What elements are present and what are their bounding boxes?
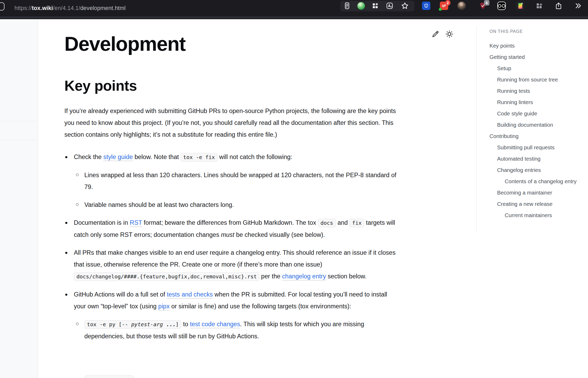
- task-checklist-icon[interactable]: 2: [439, 1, 449, 11]
- toc-item-becoming-a-maintainer[interactable]: Becoming a maintainer: [489, 189, 582, 196]
- toc-item-creating-a-new-release[interactable]: Creating a new release: [489, 201, 582, 207]
- list-subitem: tox -e py [-- pytest-arg ...] to test co…: [75, 318, 400, 342]
- goggles-icon[interactable]: [497, 1, 506, 11]
- page-actions: [431, 29, 454, 38]
- inline-code: fix: [349, 219, 364, 227]
- inline-code: docs: [318, 219, 336, 227]
- toc-item-building-documentation[interactable]: Building documentation: [489, 121, 582, 128]
- main-content: Development Key points If you’re already…: [64, 19, 400, 342]
- rail-divider: [0, 140, 38, 140]
- inline-link[interactable]: test code changes: [190, 321, 240, 328]
- intro-paragraph: If you’re already experienced with submi…: [64, 105, 400, 141]
- overflow-chevrons-icon[interactable]: [573, 1, 583, 11]
- left-sidebar-rail: [0, 19, 38, 378]
- inline-code: tox -e py [-- pytest-arg ...]: [84, 320, 181, 329]
- notification-badge: 6: [484, 0, 489, 6]
- url-path: /en/4.14.1/: [53, 5, 80, 12]
- address-bar[interactable]: https://tox.wiki/en/4.14.1/development.h…: [14, 0, 126, 16]
- inline-link[interactable]: RST: [130, 219, 142, 226]
- reader-mode-icon[interactable]: [342, 1, 352, 11]
- inline-link[interactable]: style guide: [103, 154, 133, 160]
- inline-code: tox -e fix: [180, 153, 217, 162]
- adblock-shield-icon[interactable]: 6: [478, 1, 488, 11]
- toc-item-getting-started[interactable]: Getting started: [489, 54, 582, 60]
- bookmark-star-icon[interactable]: [400, 1, 410, 11]
- url-host: tox.wiki: [32, 5, 53, 12]
- toc-heading: ON THIS PAGE: [489, 29, 582, 34]
- globe-icon[interactable]: [356, 1, 366, 11]
- online-dot: [439, 8, 442, 11]
- toc-item-key-points[interactable]: Key points: [489, 42, 582, 49]
- inline-link[interactable]: changelog entry: [282, 273, 326, 280]
- toc-item-running-tests[interactable]: Running tests: [489, 88, 582, 94]
- profile-avatar[interactable]: [457, 1, 466, 11]
- key-points-list: Check the style guide below. Note that t…: [64, 151, 400, 342]
- theme-sun-icon[interactable]: [445, 29, 454, 38]
- toc-item-current-maintainers[interactable]: Current maintainers: [489, 212, 582, 219]
- chrome-bottom-strip: [0, 16, 588, 19]
- toc-item-changelog-entries[interactable]: Changelog entries: [489, 167, 582, 173]
- toc-item-code-style-guide[interactable]: Code style guide: [489, 110, 582, 117]
- browser-toolbar: https://tox.wiki/en/4.14.1/development.h…: [0, 0, 588, 16]
- url-file: development.html: [80, 5, 126, 12]
- share-icon[interactable]: [554, 1, 563, 11]
- toc-item-submitting-pull-requests[interactable]: Submitting pull requests: [489, 144, 582, 151]
- password-manager-shield-icon[interactable]: [421, 1, 431, 11]
- tab-overview-icon[interactable]: [370, 1, 380, 11]
- translate-icon[interactable]: [385, 1, 394, 11]
- toc-item-setup[interactable]: Setup: [489, 65, 582, 72]
- toc-item-contributing[interactable]: Contributing: [489, 133, 582, 140]
- list-item: All PRs that make changes visible to an …: [64, 247, 400, 283]
- edit-pencil-icon[interactable]: [431, 29, 440, 38]
- page-title: Development: [64, 34, 400, 54]
- list-item: Check the style guide below. Note that t…: [64, 151, 400, 163]
- on-this-page-sidebar: ON THIS PAGE Key points Getting started …: [476, 26, 582, 231]
- rail-divider: [0, 121, 38, 121]
- color-document-icon[interactable]: [515, 1, 525, 11]
- inline-code: docs/changelog/####.{feature,bugfix,doc,…: [74, 272, 259, 281]
- list-item: Documentation is in RST format; beware t…: [64, 217, 400, 241]
- grid-plus-icon[interactable]: [534, 1, 544, 11]
- list-subitem: Variable names should be at least two ch…: [75, 199, 400, 211]
- toc-list: Key points Getting started Setup Running…: [489, 42, 582, 219]
- inline-link[interactable]: tests and checks: [167, 291, 213, 298]
- notification-badge: 2: [445, 0, 451, 6]
- section-heading: Key points: [64, 79, 400, 93]
- toc-item-running-from-source-tree[interactable]: Running from source tree: [489, 76, 582, 83]
- toc-item-running-linters[interactable]: Running linters: [489, 99, 582, 106]
- code-chip-partial: [84, 375, 134, 378]
- url-scheme: https://: [14, 5, 32, 12]
- toc-item-contents-of-a-changelog-entry[interactable]: Contents of a changelog entry: [489, 178, 582, 185]
- partial-site-icon: [0, 2, 4, 11]
- toc-item-automated-testing[interactable]: Automated testing: [489, 155, 582, 162]
- inline-link[interactable]: pipx: [158, 303, 169, 310]
- list-item: GitHub Actions will do a full set of tes…: [64, 289, 400, 312]
- list-subitem: Lines wrapped at less than 120 character…: [75, 169, 400, 193]
